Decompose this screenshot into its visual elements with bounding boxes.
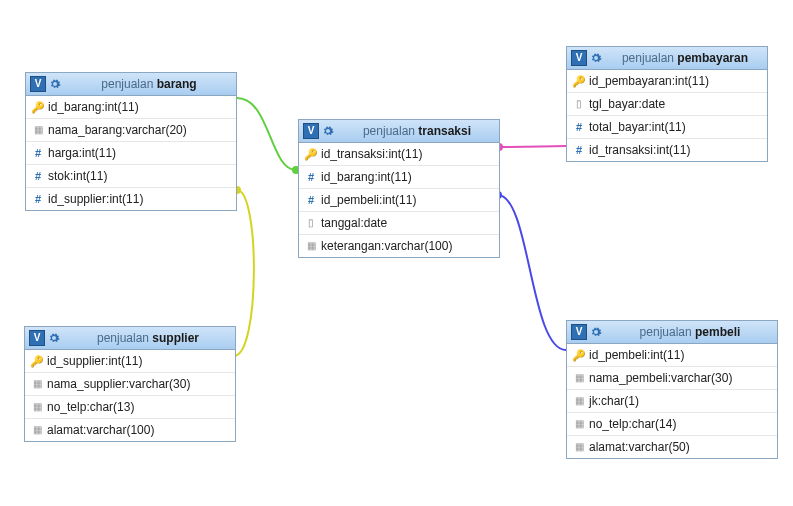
- column-type: varchar(30): [129, 377, 190, 391]
- table-transaksi[interactable]: V penjualan transaksi 🔑id_transaksi : in…: [298, 119, 500, 258]
- column-name: alamat: [47, 423, 83, 437]
- column-type: char(14): [632, 417, 677, 431]
- num-icon: #: [573, 144, 585, 156]
- column-name: no_telp: [47, 400, 86, 414]
- gear-icon[interactable]: [47, 331, 61, 345]
- column-type: int(11): [652, 120, 686, 134]
- column-name: nama_barang: [48, 123, 122, 137]
- table-title: penjualan pembeli: [607, 325, 773, 339]
- column-type: int(11): [382, 193, 416, 207]
- v-icon: V: [29, 330, 45, 346]
- table-pembeli[interactable]: V penjualan pembeli 🔑id_pembeli : int(11…: [566, 320, 778, 459]
- key-icon: 🔑: [31, 355, 43, 367]
- db-name: penjualan: [101, 77, 153, 91]
- table-title: penjualan transaksi: [339, 124, 495, 138]
- column-row[interactable]: ▦jk : char(1): [567, 390, 777, 413]
- text-icon: ▦: [31, 378, 43, 390]
- db-name: penjualan: [363, 124, 415, 138]
- column-type: int(11): [650, 348, 684, 362]
- table-name: pembeli: [695, 325, 740, 339]
- column-name: tgl_bayar: [589, 97, 638, 111]
- table-header[interactable]: V penjualan barang: [26, 73, 236, 96]
- num-icon: #: [305, 171, 317, 183]
- column-row[interactable]: ▦alamat : varchar(100): [25, 419, 235, 441]
- column-name: id_supplier: [48, 192, 106, 206]
- column-row[interactable]: ▦no_telp : char(14): [567, 413, 777, 436]
- column-name: id_transaksi: [589, 143, 653, 157]
- table-header[interactable]: V penjualan supplier: [25, 327, 235, 350]
- columns-list: 🔑id_pembeli : int(11) ▦nama_pembeli : va…: [567, 344, 777, 458]
- table-pembayaran[interactable]: V penjualan pembayaran 🔑id_pembayaran : …: [566, 46, 768, 162]
- gear-icon[interactable]: [321, 124, 335, 138]
- db-name: penjualan: [640, 325, 692, 339]
- gear-icon[interactable]: [589, 325, 603, 339]
- column-type: int(11): [82, 146, 116, 160]
- column-type: int(11): [105, 100, 139, 114]
- column-type: int(11): [675, 74, 709, 88]
- column-row[interactable]: ▯tanggal : date: [299, 212, 499, 235]
- text-icon: ▦: [31, 424, 43, 436]
- text-icon: ▦: [31, 401, 43, 413]
- column-row[interactable]: ▯tgl_bayar : date: [567, 93, 767, 116]
- num-icon: #: [305, 194, 317, 206]
- key-icon: 🔑: [573, 349, 585, 361]
- column-row[interactable]: 🔑id_supplier : int(11): [25, 350, 235, 373]
- table-barang[interactable]: V penjualan barang 🔑id_barang : int(11) …: [25, 72, 237, 211]
- column-row[interactable]: #harga : int(11): [26, 142, 236, 165]
- column-name: harga: [48, 146, 79, 160]
- column-type: int(11): [378, 170, 412, 184]
- column-type: varchar(100): [384, 239, 452, 253]
- gear-icon[interactable]: [48, 77, 62, 91]
- column-type: varchar(20): [125, 123, 186, 137]
- db-name: penjualan: [622, 51, 674, 65]
- column-type: date: [364, 216, 387, 230]
- column-row[interactable]: ▦alamat : varchar(50): [567, 436, 777, 458]
- column-type: int(11): [109, 192, 143, 206]
- gear-icon[interactable]: [589, 51, 603, 65]
- column-row[interactable]: ▦no_telp : char(13): [25, 396, 235, 419]
- table-header[interactable]: V penjualan transaksi: [299, 120, 499, 143]
- column-row[interactable]: 🔑id_pembeli : int(11): [567, 344, 777, 367]
- er-diagram-canvas: { "db": "penjualan", "tables": { "barang…: [0, 0, 793, 506]
- table-header[interactable]: V penjualan pembeli: [567, 321, 777, 344]
- key-icon: 🔑: [305, 148, 317, 160]
- columns-list: 🔑id_pembayaran : int(11) ▯tgl_bayar : da…: [567, 70, 767, 161]
- column-type: int(11): [656, 143, 690, 157]
- table-title: penjualan barang: [66, 77, 232, 91]
- text-icon: ▦: [573, 418, 585, 430]
- num-icon: #: [573, 121, 585, 133]
- table-name: barang: [157, 77, 197, 91]
- column-type: int(11): [108, 354, 142, 368]
- column-name: stok: [48, 169, 70, 183]
- column-row[interactable]: 🔑id_transaksi : int(11): [299, 143, 499, 166]
- column-name: total_bayar: [589, 120, 648, 134]
- num-icon: #: [32, 147, 44, 159]
- column-row[interactable]: ▦nama_supplier : varchar(30): [25, 373, 235, 396]
- column-name: id_barang: [48, 100, 101, 114]
- table-supplier[interactable]: V penjualan supplier 🔑id_supplier : int(…: [24, 326, 236, 442]
- date-icon: ▯: [573, 98, 585, 110]
- db-name: penjualan: [97, 331, 149, 345]
- column-row[interactable]: ▦nama_pembeli : varchar(30): [567, 367, 777, 390]
- column-row[interactable]: #id_supplier : int(11): [26, 188, 236, 210]
- column-type: int(11): [388, 147, 422, 161]
- table-title: penjualan supplier: [65, 331, 231, 345]
- column-name: id_transaksi: [321, 147, 385, 161]
- column-row[interactable]: #id_transaksi : int(11): [567, 139, 767, 161]
- column-row[interactable]: #total_bayar : int(11): [567, 116, 767, 139]
- column-type: int(11): [73, 169, 107, 183]
- column-row[interactable]: #id_pembeli : int(11): [299, 189, 499, 212]
- column-row[interactable]: 🔑id_barang : int(11): [26, 96, 236, 119]
- column-name: no_telp: [589, 417, 628, 431]
- column-row[interactable]: ▦keterangan : varchar(100): [299, 235, 499, 257]
- table-name: supplier: [152, 331, 199, 345]
- column-row[interactable]: 🔑id_pembayaran : int(11): [567, 70, 767, 93]
- columns-list: 🔑id_barang : int(11) ▦nama_barang : varc…: [26, 96, 236, 210]
- text-icon: ▦: [573, 395, 585, 407]
- table-header[interactable]: V penjualan pembayaran: [567, 47, 767, 70]
- v-icon: V: [571, 324, 587, 340]
- column-type: char(13): [90, 400, 135, 414]
- column-row[interactable]: #stok : int(11): [26, 165, 236, 188]
- column-row[interactable]: ▦nama_barang : varchar(20): [26, 119, 236, 142]
- column-row[interactable]: #id_barang : int(11): [299, 166, 499, 189]
